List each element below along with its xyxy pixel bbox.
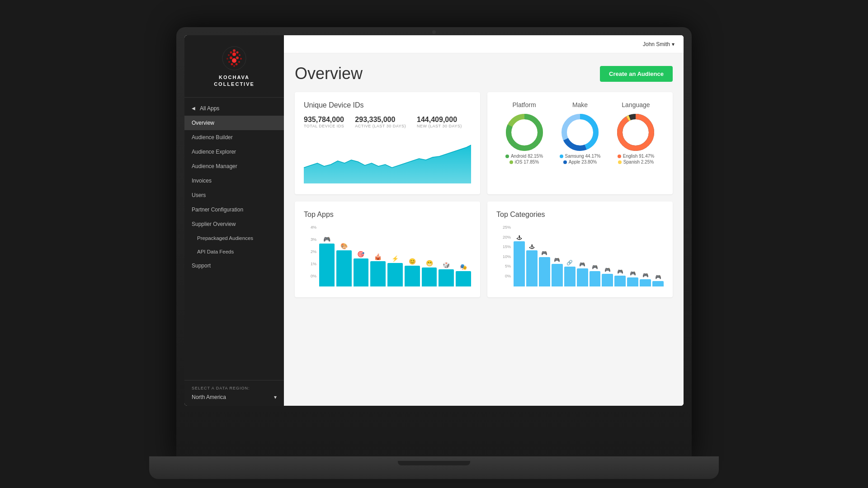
create-audience-button[interactable]: Create an Audience [600, 66, 673, 82]
bar-col: 🎭 [456, 263, 471, 286]
svg-point-19 [513, 121, 536, 144]
sidebar-logo: KOCHAVA COLLECTIVE [184, 35, 284, 98]
language-section: Language English 91.47% [615, 101, 656, 164]
cat-bar-col: 🎮 [590, 264, 601, 286]
sidebar-item-support[interactable]: Support [184, 258, 284, 273]
cat-bar-col: 🎮 [627, 271, 638, 286]
platform-donut [504, 112, 545, 153]
svg-point-6 [239, 54, 241, 56]
cat-bar-col: 🎮 [652, 274, 664, 286]
svg-point-3 [236, 52, 239, 54]
content-area: Overview Create an Audience Unique Devic… [284, 53, 684, 406]
svg-point-16 [233, 65, 235, 67]
cat-bar-col: 🎮 [539, 250, 550, 286]
stat-total-devices: 935,784,000 TOTAL DEVICE IDS [304, 116, 344, 128]
cat-bar-col: 🔗 [564, 260, 576, 286]
logo-text: KOCHAVA COLLECTIVE [214, 74, 255, 88]
sidebar-item-overview[interactable]: Overview [184, 116, 284, 130]
top-categories-card: Top Categories 0% 5% 10% 15% 20% 25% [487, 202, 673, 297]
cat-bar-col: 🕹 [526, 244, 538, 286]
camera [432, 30, 436, 34]
sidebar-item-partner-config[interactable]: Partner Configuration [184, 202, 284, 217]
data-region-section: SELECT A DATA REGION: North America ▾ [184, 380, 284, 406]
make-section: Make Samsung 44.17% [560, 101, 601, 164]
bar-col: 😊 [405, 258, 420, 286]
svg-point-10 [240, 58, 242, 60]
top-apps-title: Top Apps [304, 211, 471, 219]
page-title: Overview [295, 64, 363, 83]
svg-point-7 [226, 58, 228, 60]
laptop-screen: KOCHAVA COLLECTIVE ◀ All Apps Overview A… [184, 35, 684, 406]
sidebar-item-audience-builder[interactable]: Audience Builder [184, 130, 284, 145]
main-content: John Smith ▾ Overview Create an Audience… [284, 35, 684, 406]
sidebar-item-prepackaged-audiences[interactable]: Prepackaged Audiences [184, 231, 284, 245]
laptop-container: KOCHAVA COLLECTIVE ◀ All Apps Overview A… [176, 27, 692, 461]
unique-device-ids-card: Unique Device IDs 935,784,000 TOTAL DEVI… [295, 92, 480, 194]
bar-col: 🎨 [336, 243, 352, 286]
stat-new-devices: 144,409,000 NEW (LAST 30 DAYS) [417, 116, 462, 128]
sidebar-item-audience-manager[interactable]: Audience Manager [184, 159, 284, 174]
sidebar-nav: ◀ All Apps Overview Audience Builder Aud… [184, 98, 284, 380]
laptop-hinge [398, 461, 470, 465]
svg-point-27 [624, 121, 647, 144]
bar-col: 🎯 [354, 251, 369, 286]
cat-bar-col: 🎮 [552, 257, 563, 286]
sidebar: KOCHAVA COLLECTIVE ◀ All Apps Overview A… [184, 35, 284, 406]
cat-bar-col: 🎮 [614, 269, 626, 286]
sidebar-item-audience-explorer[interactable]: Audience Explorer [184, 145, 284, 159]
svg-point-12 [228, 61, 230, 63]
top-apps-card: Top Apps 0% 1% 2% 3% 4% 🎮 [295, 202, 480, 297]
sidebar-item-supplier-overview[interactable]: Supplier Overview [184, 217, 284, 231]
user-chevron-icon: ▾ [672, 41, 675, 47]
language-donut [615, 112, 656, 153]
make-donut [560, 112, 600, 153]
svg-point-14 [231, 63, 233, 66]
bar-col: 🎮 [319, 236, 335, 286]
device-ids-chart [304, 134, 471, 183]
laptop-base [149, 456, 719, 479]
svg-point-5 [232, 52, 236, 56]
svg-point-11 [232, 58, 236, 63]
back-arrow-icon: ◀ [192, 106, 195, 111]
svg-point-8 [230, 56, 232, 59]
svg-point-1 [233, 49, 236, 52]
cat-bar-col: 🎮 [640, 272, 651, 286]
stats-row: 935,784,000 TOTAL DEVICE IDS 293,335,000… [304, 116, 471, 128]
kochava-logo-icon [222, 46, 246, 70]
bar-col: 🎪 [370, 253, 386, 286]
svg-point-23 [569, 121, 591, 144]
bar-col: 😁 [422, 260, 437, 286]
svg-point-15 [236, 63, 238, 66]
cat-bar-col: 🕹 [514, 235, 525, 286]
page-header: Overview Create an Audience [295, 64, 673, 83]
user-menu[interactable]: John Smith ▾ [643, 41, 675, 47]
svg-point-4 [228, 54, 230, 56]
sidebar-item-users[interactable]: Users [184, 188, 284, 202]
stat-active-devices: 293,335,000 ACTIVE (LAST 30 DAYS) [355, 116, 406, 128]
svg-point-9 [236, 56, 239, 59]
data-region-selector[interactable]: North America ▾ [192, 394, 277, 400]
top-categories-title: Top Categories [496, 211, 664, 219]
top-bar: John Smith ▾ [284, 35, 684, 53]
svg-point-2 [230, 52, 232, 54]
sidebar-item-invoices[interactable]: Invoices [184, 174, 284, 188]
data-region-label: SELECT A DATA REGION: [192, 386, 277, 390]
platform-make-language-card: Platform Android 82.15% [487, 92, 673, 194]
svg-point-13 [238, 61, 240, 63]
top-apps-bars: 🎮 🎨 🎯 [316, 225, 471, 288]
cat-bar-col: 🎮 [602, 267, 613, 286]
sidebar-item-all-apps[interactable]: ◀ All Apps [184, 101, 284, 116]
bar-col: 🎲 [439, 262, 454, 286]
dashboard-grid: Unique Device IDs 935,784,000 TOTAL DEVI… [295, 92, 673, 297]
platform-section: Platform Android 82.15% [504, 101, 545, 164]
sidebar-item-api-data-feeds[interactable]: API Data Feeds [184, 245, 284, 258]
unique-device-ids-title: Unique Device IDs [304, 101, 471, 109]
top-categories-bars: 🕹 🕹 🎮 [511, 225, 664, 288]
chevron-down-icon: ▾ [274, 394, 277, 400]
donut-row: Platform Android 82.15% [496, 101, 664, 164]
cat-bar-col: 🎮 [577, 262, 588, 286]
bar-col: ⚡ [387, 255, 403, 286]
